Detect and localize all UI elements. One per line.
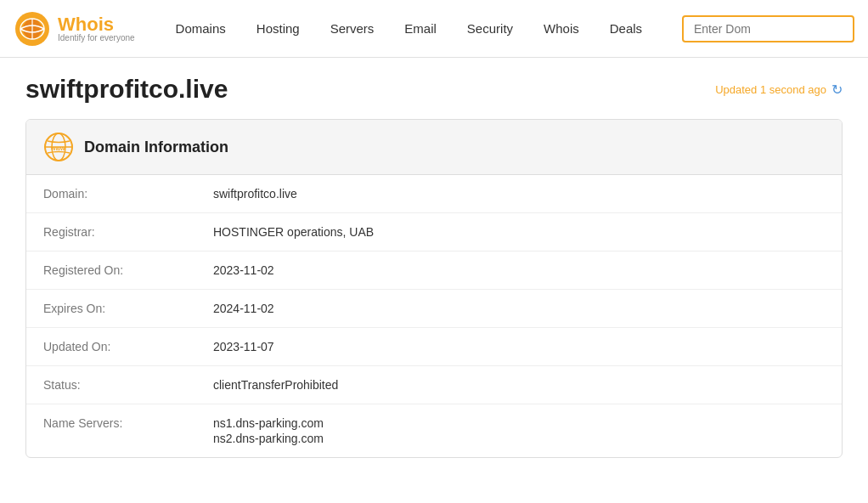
nav-whois[interactable]: Whois (528, 0, 595, 58)
row-label: Registered On: (26, 252, 196, 290)
svg-text:www: www (50, 145, 65, 151)
row-value: 2023-11-02 (196, 252, 842, 290)
updated-info: Updated 1 second ago ↻ (715, 82, 843, 98)
domain-info-card: www Domain Information Domain:swiftprofi… (25, 119, 843, 458)
card-header: www Domain Information (26, 120, 842, 175)
navbar: Whois Identify for everyone Domains Host… (0, 0, 868, 58)
table-row: Status:clientTransferProhibited (26, 366, 842, 404)
logo-tagline: Identify for everyone (58, 34, 135, 42)
row-value: swiftprofitco.live (196, 175, 842, 213)
nav-domains[interactable]: Domains (161, 0, 241, 58)
refresh-icon[interactable]: ↻ (831, 82, 843, 98)
table-row: Expires On:2024-11-02 (26, 290, 842, 328)
row-label: Name Servers: (26, 404, 196, 458)
logo-whois-text: Whois (58, 15, 135, 34)
search-input[interactable] (682, 15, 854, 42)
info-table: Domain:swiftprofitco.liveRegistrar:HOSTI… (26, 175, 842, 457)
row-value: ns1.dns-parking.comns2.dns-parking.com (196, 404, 842, 458)
domain-title: swiftprofitco.live (25, 75, 228, 104)
nav-deals[interactable]: Deals (595, 0, 657, 58)
row-label: Domain: (26, 175, 196, 213)
row-value: clientTransferProhibited (196, 366, 842, 404)
row-value: 2023-11-07 (196, 328, 842, 366)
www-icon: www (43, 132, 74, 162)
nav-hosting[interactable]: Hosting (241, 0, 315, 58)
updated-text: Updated 1 second ago (715, 83, 826, 96)
nav-security[interactable]: Security (452, 0, 528, 58)
card-title: Domain Information (84, 138, 228, 156)
table-row: Domain:swiftprofitco.live (26, 175, 842, 213)
row-label: Status: (26, 366, 196, 404)
nav-links: Domains Hosting Servers Email Security W… (161, 0, 682, 58)
table-row: Registered On:2023-11-02 (26, 252, 842, 290)
nav-email[interactable]: Email (389, 0, 452, 58)
nav-servers[interactable]: Servers (315, 0, 390, 58)
row-value: 2024-11-02 (196, 290, 842, 328)
table-row: Updated On:2023-11-07 (26, 328, 842, 366)
row-value: HOSTINGER operations, UAB (196, 213, 842, 252)
page-header: swiftprofitco.live Updated 1 second ago … (25, 75, 843, 104)
main-content: swiftprofitco.live Updated 1 second ago … (0, 58, 868, 475)
table-row: Name Servers:ns1.dns-parking.comns2.dns-… (26, 404, 842, 458)
row-label: Registrar: (26, 213, 196, 252)
logo[interactable]: Whois Identify for everyone (14, 10, 135, 48)
table-row: Registrar:HOSTINGER operations, UAB (26, 213, 842, 252)
row-label: Expires On: (26, 290, 196, 328)
row-label: Updated On: (26, 328, 196, 366)
